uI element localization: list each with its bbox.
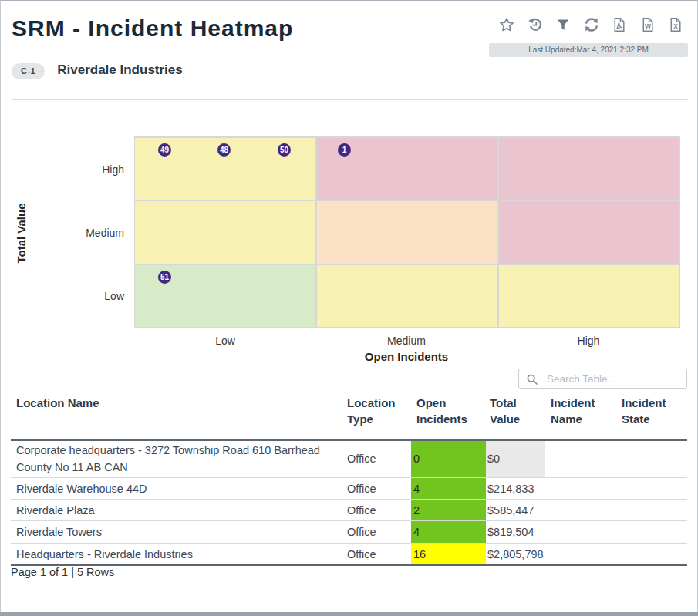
- svg-text:X: X: [673, 22, 678, 30]
- svg-text:W: W: [644, 22, 651, 30]
